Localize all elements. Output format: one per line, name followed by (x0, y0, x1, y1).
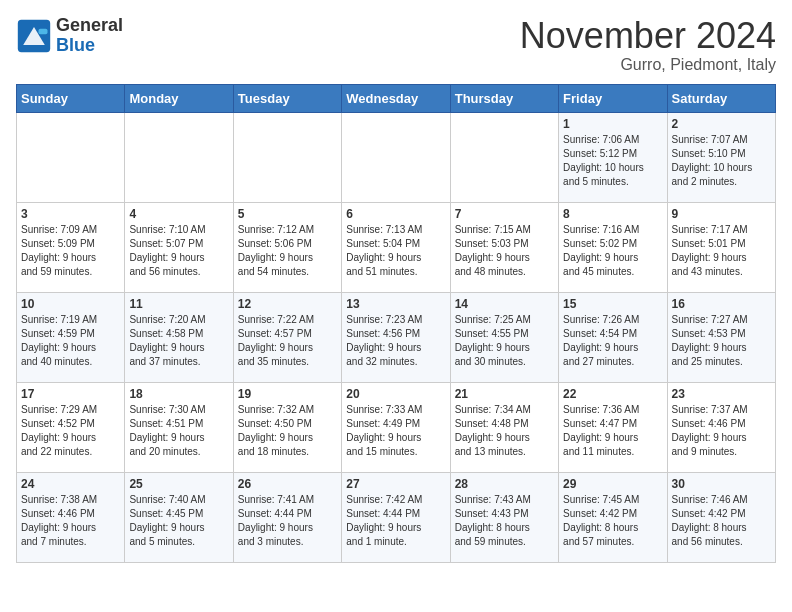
day-info: Sunrise: 7:16 AM Sunset: 5:02 PM Dayligh… (563, 223, 662, 279)
day-info: Sunrise: 7:12 AM Sunset: 5:06 PM Dayligh… (238, 223, 337, 279)
day-number: 17 (21, 387, 120, 401)
day-info: Sunrise: 7:09 AM Sunset: 5:09 PM Dayligh… (21, 223, 120, 279)
calendar-week-3: 10Sunrise: 7:19 AM Sunset: 4:59 PM Dayli… (17, 292, 776, 382)
calendar-cell: 14Sunrise: 7:25 AM Sunset: 4:55 PM Dayli… (450, 292, 558, 382)
calendar-cell: 18Sunrise: 7:30 AM Sunset: 4:51 PM Dayli… (125, 382, 233, 472)
weekday-header-saturday: Saturday (667, 84, 775, 112)
day-info: Sunrise: 7:15 AM Sunset: 5:03 PM Dayligh… (455, 223, 554, 279)
day-number: 28 (455, 477, 554, 491)
day-number: 26 (238, 477, 337, 491)
day-number: 16 (672, 297, 771, 311)
calendar-cell: 30Sunrise: 7:46 AM Sunset: 4:42 PM Dayli… (667, 472, 775, 562)
logo-text: General Blue (56, 16, 123, 56)
calendar-cell (233, 112, 341, 202)
weekday-header-tuesday: Tuesday (233, 84, 341, 112)
calendar-cell: 20Sunrise: 7:33 AM Sunset: 4:49 PM Dayli… (342, 382, 450, 472)
day-info: Sunrise: 7:30 AM Sunset: 4:51 PM Dayligh… (129, 403, 228, 459)
calendar-week-1: 1Sunrise: 7:06 AM Sunset: 5:12 PM Daylig… (17, 112, 776, 202)
day-info: Sunrise: 7:06 AM Sunset: 5:12 PM Dayligh… (563, 133, 662, 189)
svg-rect-2 (39, 29, 48, 34)
day-number: 29 (563, 477, 662, 491)
day-number: 5 (238, 207, 337, 221)
logo-icon (16, 18, 52, 54)
day-number: 15 (563, 297, 662, 311)
calendar-cell: 27Sunrise: 7:42 AM Sunset: 4:44 PM Dayli… (342, 472, 450, 562)
calendar-cell: 13Sunrise: 7:23 AM Sunset: 4:56 PM Dayli… (342, 292, 450, 382)
day-info: Sunrise: 7:45 AM Sunset: 4:42 PM Dayligh… (563, 493, 662, 549)
day-info: Sunrise: 7:17 AM Sunset: 5:01 PM Dayligh… (672, 223, 771, 279)
calendar-cell: 5Sunrise: 7:12 AM Sunset: 5:06 PM Daylig… (233, 202, 341, 292)
day-info: Sunrise: 7:26 AM Sunset: 4:54 PM Dayligh… (563, 313, 662, 369)
calendar-cell: 28Sunrise: 7:43 AM Sunset: 4:43 PM Dayli… (450, 472, 558, 562)
day-info: Sunrise: 7:37 AM Sunset: 4:46 PM Dayligh… (672, 403, 771, 459)
day-number: 30 (672, 477, 771, 491)
logo-blue: Blue (56, 35, 95, 55)
day-number: 23 (672, 387, 771, 401)
weekday-header-sunday: Sunday (17, 84, 125, 112)
day-number: 7 (455, 207, 554, 221)
day-number: 9 (672, 207, 771, 221)
calendar-cell: 4Sunrise: 7:10 AM Sunset: 5:07 PM Daylig… (125, 202, 233, 292)
day-number: 25 (129, 477, 228, 491)
calendar-cell: 15Sunrise: 7:26 AM Sunset: 4:54 PM Dayli… (559, 292, 667, 382)
day-number: 22 (563, 387, 662, 401)
day-info: Sunrise: 7:38 AM Sunset: 4:46 PM Dayligh… (21, 493, 120, 549)
day-info: Sunrise: 7:23 AM Sunset: 4:56 PM Dayligh… (346, 313, 445, 369)
day-number: 4 (129, 207, 228, 221)
day-number: 27 (346, 477, 445, 491)
calendar-week-2: 3Sunrise: 7:09 AM Sunset: 5:09 PM Daylig… (17, 202, 776, 292)
day-number: 13 (346, 297, 445, 311)
day-info: Sunrise: 7:07 AM Sunset: 5:10 PM Dayligh… (672, 133, 771, 189)
day-info: Sunrise: 7:22 AM Sunset: 4:57 PM Dayligh… (238, 313, 337, 369)
calendar-week-4: 17Sunrise: 7:29 AM Sunset: 4:52 PM Dayli… (17, 382, 776, 472)
day-info: Sunrise: 7:32 AM Sunset: 4:50 PM Dayligh… (238, 403, 337, 459)
location: Gurro, Piedmont, Italy (520, 56, 776, 74)
calendar-cell: 24Sunrise: 7:38 AM Sunset: 4:46 PM Dayli… (17, 472, 125, 562)
weekday-header-wednesday: Wednesday (342, 84, 450, 112)
calendar-cell: 8Sunrise: 7:16 AM Sunset: 5:02 PM Daylig… (559, 202, 667, 292)
day-info: Sunrise: 7:27 AM Sunset: 4:53 PM Dayligh… (672, 313, 771, 369)
day-info: Sunrise: 7:46 AM Sunset: 4:42 PM Dayligh… (672, 493, 771, 549)
calendar-cell: 26Sunrise: 7:41 AM Sunset: 4:44 PM Dayli… (233, 472, 341, 562)
weekday-header-monday: Monday (125, 84, 233, 112)
calendar-cell: 7Sunrise: 7:15 AM Sunset: 5:03 PM Daylig… (450, 202, 558, 292)
page-header: General Blue November 2024 Gurro, Piedmo… (16, 16, 776, 74)
day-number: 24 (21, 477, 120, 491)
day-info: Sunrise: 7:33 AM Sunset: 4:49 PM Dayligh… (346, 403, 445, 459)
day-info: Sunrise: 7:36 AM Sunset: 4:47 PM Dayligh… (563, 403, 662, 459)
calendar-cell: 11Sunrise: 7:20 AM Sunset: 4:58 PM Dayli… (125, 292, 233, 382)
calendar-cell: 25Sunrise: 7:40 AM Sunset: 4:45 PM Dayli… (125, 472, 233, 562)
day-info: Sunrise: 7:43 AM Sunset: 4:43 PM Dayligh… (455, 493, 554, 549)
day-info: Sunrise: 7:19 AM Sunset: 4:59 PM Dayligh… (21, 313, 120, 369)
calendar-cell: 21Sunrise: 7:34 AM Sunset: 4:48 PM Dayli… (450, 382, 558, 472)
day-number: 1 (563, 117, 662, 131)
calendar-header: SundayMondayTuesdayWednesdayThursdayFrid… (17, 84, 776, 112)
calendar-cell: 23Sunrise: 7:37 AM Sunset: 4:46 PM Dayli… (667, 382, 775, 472)
calendar-cell: 16Sunrise: 7:27 AM Sunset: 4:53 PM Dayli… (667, 292, 775, 382)
month-title: November 2024 (520, 16, 776, 56)
calendar-cell: 2Sunrise: 7:07 AM Sunset: 5:10 PM Daylig… (667, 112, 775, 202)
day-number: 10 (21, 297, 120, 311)
day-number: 21 (455, 387, 554, 401)
calendar-cell (342, 112, 450, 202)
day-info: Sunrise: 7:25 AM Sunset: 4:55 PM Dayligh… (455, 313, 554, 369)
calendar-cell: 10Sunrise: 7:19 AM Sunset: 4:59 PM Dayli… (17, 292, 125, 382)
day-info: Sunrise: 7:40 AM Sunset: 4:45 PM Dayligh… (129, 493, 228, 549)
calendar-cell (450, 112, 558, 202)
weekday-header-thursday: Thursday (450, 84, 558, 112)
day-info: Sunrise: 7:13 AM Sunset: 5:04 PM Dayligh… (346, 223, 445, 279)
title-block: November 2024 Gurro, Piedmont, Italy (520, 16, 776, 74)
day-info: Sunrise: 7:41 AM Sunset: 4:44 PM Dayligh… (238, 493, 337, 549)
calendar-cell: 12Sunrise: 7:22 AM Sunset: 4:57 PM Dayli… (233, 292, 341, 382)
calendar-cell (17, 112, 125, 202)
day-info: Sunrise: 7:20 AM Sunset: 4:58 PM Dayligh… (129, 313, 228, 369)
day-number: 8 (563, 207, 662, 221)
day-number: 2 (672, 117, 771, 131)
calendar-cell: 9Sunrise: 7:17 AM Sunset: 5:01 PM Daylig… (667, 202, 775, 292)
calendar-cell: 1Sunrise: 7:06 AM Sunset: 5:12 PM Daylig… (559, 112, 667, 202)
calendar-cell (125, 112, 233, 202)
calendar-cell: 19Sunrise: 7:32 AM Sunset: 4:50 PM Dayli… (233, 382, 341, 472)
calendar-cell: 29Sunrise: 7:45 AM Sunset: 4:42 PM Dayli… (559, 472, 667, 562)
day-info: Sunrise: 7:34 AM Sunset: 4:48 PM Dayligh… (455, 403, 554, 459)
day-number: 11 (129, 297, 228, 311)
